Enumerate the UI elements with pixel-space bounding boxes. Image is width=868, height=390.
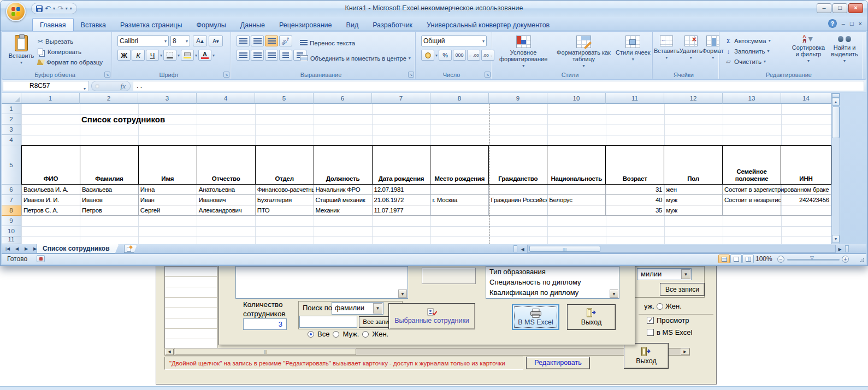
normal-view-button[interactable] <box>718 255 730 263</box>
zoom-slider-handle[interactable]: ▽ <box>810 255 814 261</box>
column-header[interactable]: 3 <box>138 93 197 104</box>
tab-home[interactable]: Главная <box>32 18 74 31</box>
column-header[interactable]: 5 <box>255 93 314 104</box>
percent-button[interactable]: % <box>439 50 452 61</box>
chevron-down-icon[interactable]: ▼ <box>398 289 407 298</box>
selected-employees-button[interactable]: Выбранные сотрудники <box>388 303 475 329</box>
middle-button[interactable] <box>422 268 476 284</box>
cell[interactable]: Инна <box>139 185 197 194</box>
cell[interactable]: Отдел <box>256 146 314 184</box>
paste-button[interactable]: Вставить ▾ <box>7 35 36 65</box>
cell[interactable] <box>781 205 831 215</box>
cell[interactable]: ФИО <box>22 146 80 184</box>
cell[interactable]: Васильева И. А. <box>22 185 80 194</box>
increase-decimal-button[interactable]: ←.00 <box>467 50 480 61</box>
number-format-combo[interactable]: Общий▾ <box>421 36 487 46</box>
cell[interactable]: 21.06.1972 <box>373 195 431 205</box>
cell[interactable]: Иванович <box>197 195 256 205</box>
tab-review[interactable]: Рецензирование <box>272 19 339 31</box>
excel-checkbox[interactable] <box>647 329 654 336</box>
prev-sheet-icon[interactable]: ◀ <box>13 245 21 253</box>
row-header[interactable]: 1 <box>2 104 21 114</box>
borders-button[interactable] <box>163 50 176 61</box>
scrollbar-thumb[interactable] <box>832 107 840 138</box>
cell[interactable] <box>723 205 781 215</box>
align-center-button[interactable] <box>251 50 264 61</box>
view-checkbox[interactable] <box>647 317 654 324</box>
align-right-button[interactable] <box>265 50 278 61</box>
cell[interactable]: Иванов <box>80 195 139 205</box>
maximize-button[interactable]: □ <box>832 3 847 13</box>
column-header[interactable]: 8 <box>430 93 489 104</box>
scroll-right-icon[interactable]: ▶ <box>681 348 689 355</box>
redo-icon[interactable]: ↷ <box>57 5 63 12</box>
split-handle[interactable] <box>845 245 849 252</box>
wrap-text-button[interactable]: Перенос текста <box>300 38 355 48</box>
chevron-down-icon[interactable]: ▼ <box>373 303 382 314</box>
employee-count-value[interactable]: 3 <box>243 318 287 330</box>
scrollbar-thumb[interactable] <box>529 246 600 252</box>
fill-button[interactable]: ↓Заполнить▾ <box>725 46 771 56</box>
row-header[interactable]: 2 <box>2 114 21 125</box>
cell[interactable]: Место рождения <box>430 146 489 184</box>
close-button[interactable]: × <box>848 3 863 13</box>
split-handle[interactable] <box>832 93 840 98</box>
shrink-font-button[interactable]: A▾ <box>209 36 223 46</box>
decrease-decimal-button[interactable]: .00→ <box>481 50 494 61</box>
split-handle[interactable] <box>513 245 517 252</box>
cell[interactable]: Состоит в незарегистр <box>723 195 781 205</box>
cell[interactable]: 35 <box>606 205 664 215</box>
save-icon[interactable] <box>36 5 43 12</box>
cell[interactable]: Васильева <box>80 185 139 194</box>
education-listbox[interactable]: Тип образования Специальность по диплому… <box>486 266 619 299</box>
cell[interactable]: 11.07.1977 <box>373 205 431 215</box>
cell[interactable]: Старший механик <box>314 195 373 205</box>
cell[interactable]: Анатольевна <box>197 185 256 194</box>
autosum-button[interactable]: ΣАвтосумма▾ <box>725 36 771 46</box>
cell[interactable]: Финансово-расчетный <box>256 185 314 194</box>
cell[interactable]: Гражданин Российско <box>489 195 547 205</box>
cell[interactable]: Отчество <box>197 146 256 184</box>
horizontal-scrollbar[interactable]: ◀ ▶ <box>164 348 690 356</box>
next-sheet-icon[interactable]: ▶ <box>22 245 30 253</box>
cell[interactable]: Александрович <box>197 205 256 215</box>
row-header[interactable]: 4 <box>2 135 21 145</box>
insert-sheet-tab[interactable] <box>124 245 137 253</box>
cell[interactable]: жен <box>664 185 723 194</box>
row-header[interactable]: 11 <box>2 237 21 244</box>
female-radio[interactable] <box>657 303 663 310</box>
cell[interactable]: Имя <box>139 146 197 184</box>
cell[interactable]: муж <box>664 195 723 205</box>
copy-button[interactable]: Копировать <box>38 46 103 57</box>
office-button[interactable] <box>6 2 26 21</box>
clear-button[interactable]: ▱Очистить▾ <box>725 56 771 67</box>
cell[interactable] <box>547 205 606 215</box>
help-icon[interactable]: ? <box>828 19 837 28</box>
tab-formulas[interactable]: Формулы <box>189 19 233 31</box>
cell[interactable]: Возраст <box>606 146 664 184</box>
cell[interactable]: 40 <box>606 195 664 205</box>
list-item[interactable]: Тип образования <box>486 267 619 277</box>
cell[interactable]: Семейное положение <box>723 146 781 184</box>
thousands-button[interactable]: 000 <box>453 50 466 61</box>
italic-button[interactable]: К <box>132 50 145 61</box>
row-header[interactable]: 7 <box>2 195 21 205</box>
cells-area[interactable]: Список сотрудников ФИО Фамилия Имя Отчес… <box>21 104 831 244</box>
employee-grid-fragment[interactable] <box>164 266 217 353</box>
cell[interactable] <box>430 205 489 215</box>
vertical-scrollbar[interactable]: ▲ ▼ <box>831 93 840 244</box>
column-header[interactable]: 9 <box>489 93 547 104</box>
scrollbar-thumb[interactable] <box>175 348 356 355</box>
sheet-title-cell[interactable]: Список сотрудников <box>81 114 165 125</box>
tab-data[interactable]: Данные <box>233 19 272 31</box>
row-header[interactable]: 3 <box>2 125 21 135</box>
cell[interactable]: Начальник ФРО <box>314 185 373 194</box>
redo-dropdown-icon[interactable]: ▾ <box>66 6 68 11</box>
male-radio[interactable] <box>333 331 339 338</box>
workbook-minimize-icon[interactable]: – <box>842 19 845 28</box>
cell[interactable] <box>489 205 547 215</box>
horizontal-scrollbar[interactable] <box>527 245 836 253</box>
borders-dropdown-icon[interactable]: ▾ <box>178 53 180 58</box>
decrease-indent-button[interactable] <box>279 50 292 61</box>
search-input[interactable] <box>299 316 357 328</box>
